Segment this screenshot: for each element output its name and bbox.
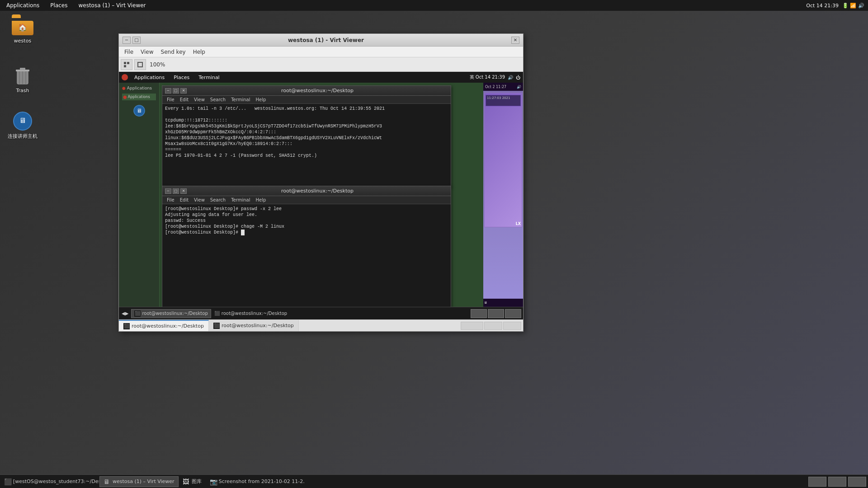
terminal-top-titlebar: ─ □ ✕ root@westoslinux:~/Desktop <box>162 86 451 96</box>
panel-applications[interactable]: Applications <box>4 1 42 9</box>
vm-panel-power: ⏻ <box>516 75 520 80</box>
toolbar-btn-1[interactable] <box>121 59 132 70</box>
vm-panel-volume: 🔊 <box>508 75 513 80</box>
virt-viewer-window: ─ □ westosa (1) - Virt Viewer ✕ File Vie… <box>118 33 524 332</box>
vm-tab2-label: root@westoslinux:~/Desktop <box>222 311 287 316</box>
virt-tab1-icon: ⬛ <box>123 323 130 329</box>
desktop-icon-westos[interactable]: 🏠 westos <box>5 14 41 46</box>
taskbar-btn-1[interactable] <box>808 477 826 487</box>
nested-vm-datetime: Oct 2 11:27 <box>485 85 506 89</box>
terminal-bottom-body: [root@westoslinux Desktop]# passwd -x 2 … <box>162 204 451 319</box>
virt-viewer-minimize[interactable]: ─ <box>123 37 131 44</box>
term-top-edit[interactable]: Edit <box>177 97 191 102</box>
vm-sidebar-icon: 🖥 <box>121 104 157 117</box>
terminal-top-minimize[interactable]: ─ <box>165 88 171 94</box>
virt-viewer-titlebar: ─ □ westosa (1) - Virt Viewer ✕ <box>119 34 523 47</box>
virt-menu-file[interactable]: File <box>121 48 137 56</box>
taskbar-item-terminal[interactable]: ⬛ [westOS@westos_student73:~/Des... <box>0 476 99 487</box>
term-line-3: tcpdump:!!:18712::::::: <box>165 117 448 123</box>
desktop-icon-trash-label: Trash <box>16 88 29 94</box>
vm-panel-places[interactable]: Places <box>171 74 192 81</box>
term-top-file[interactable]: File <box>164 97 177 102</box>
term-bot-line-3: passwd: Success <box>165 218 448 224</box>
desktop-icon-connect[interactable]: 🖥 连接讲师主机 <box>5 108 41 141</box>
taskbar-item-screenshot[interactable]: 📷 Screenshot from 2021-10-02 11-2... <box>206 476 305 487</box>
panel-window-title: westosa (1) – Virt Viewer <box>75 1 148 9</box>
virt-toolbar: 100% <box>119 57 523 72</box>
taskbar: ⬛ [westOS@westos_student73:~/Des... 🖥 we… <box>0 474 868 488</box>
virt-menu-view[interactable]: View <box>137 48 157 56</box>
vm-display: Applications Places Terminal 英 Oct 14 21… <box>119 72 523 319</box>
vm-taskbar-btn-1[interactable] <box>471 309 487 318</box>
term-bot-line-2: Adjusting aging data for user lee. <box>165 212 448 218</box>
taskbar-terminal-icon: ⬛ <box>4 478 11 485</box>
vm-taskbar-tab2[interactable]: ⬛ root@westoslinux:~/Desktop <box>211 310 290 318</box>
terminal-bottom-close[interactable]: ✕ <box>180 188 187 194</box>
term-line-1: Every 1.0s: tail -n 3 /etc/... westoslin… <box>165 106 448 112</box>
term-top-view[interactable]: View <box>191 97 208 102</box>
vm-taskbar-arrows[interactable]: ◀▶ <box>119 310 131 317</box>
nested-vm-area: Oct 2 11:27 🔊 LX 11:27:03 2021 🖥 <box>483 83 523 307</box>
term-top-terminal[interactable]: Terminal <box>228 97 253 102</box>
nested-vm-lx: LX <box>516 222 521 226</box>
taskbar-item-virtviewer[interactable]: 🖥 westosa (1) – Virt Viewer <box>99 476 179 487</box>
term-bot-file[interactable]: File <box>164 197 177 202</box>
term-bot-terminal[interactable]: Terminal <box>228 197 253 202</box>
term-bot-edit[interactable]: Edit <box>177 197 191 202</box>
panel-places[interactable]: Places <box>47 1 70 9</box>
folder-icon: 🏠 <box>12 15 33 37</box>
terminal-top-close[interactable]: ✕ <box>180 88 187 94</box>
top-panel: Applications Places westosa (1) – Virt V… <box>0 0 868 11</box>
vm-top-panel: Applications Places Terminal 英 Oct 14 21… <box>119 72 523 83</box>
svg-rect-9 <box>124 62 126 64</box>
virt-tab-btn-3[interactable] <box>503 322 521 330</box>
virt-tab-2[interactable]: ⬛ root@westoslinux:~/Desktop <box>209 320 299 331</box>
term-top-search[interactable]: Search <box>208 97 228 102</box>
taskbar-btn-2[interactable] <box>828 477 846 487</box>
desktop-icon-trash[interactable]: Trash <box>5 63 41 95</box>
term-bot-line-4: [root@westoslinux Desktop]# chage -M 2 l… <box>165 224 448 230</box>
vm-taskbar-tab1[interactable]: ⬛ root@westoslinux:~/Desktop <box>131 309 211 318</box>
nested-vm-mini-window: 11:27:03 2021 <box>486 95 521 106</box>
toolbar-btn-2[interactable] <box>134 59 146 70</box>
terminal-window-top: ─ □ ✕ root@westoslinux:~/Desktop File Ed… <box>162 85 451 187</box>
vm-sidebar-item[interactable]: ● Applications <box>121 84 157 92</box>
terminal-top-title: root@westoslinux:~/Desktop <box>187 88 448 94</box>
vm-panel-applications[interactable]: Applications <box>132 74 167 81</box>
taskbar-terminal-label: [westOS@westos_student73:~/Des... <box>13 479 99 484</box>
vm-panel-terminal[interactable]: Terminal <box>196 74 222 81</box>
nested-vm-topbar: Oct 2 11:27 🔊 <box>483 83 523 91</box>
taskbar-btn-3[interactable] <box>848 477 866 487</box>
svg-rect-11 <box>124 65 126 67</box>
vm-sidebar-item-2[interactable]: ● Applications <box>121 92 157 102</box>
term-top-help[interactable]: Help <box>253 97 269 102</box>
svg-rect-10 <box>127 62 129 64</box>
terminal-top-maximize[interactable]: □ <box>173 88 179 94</box>
terminal-bottom-maximize[interactable]: □ <box>173 188 179 194</box>
vm-taskbar: ◀▶ ⬛ root@westoslinux:~/Desktop ⬛ root@w… <box>119 307 523 319</box>
term-bot-search[interactable]: Search <box>208 197 228 202</box>
term-line-7: Msax1w8sUoMcx8c1t0gX1gG7Kx/hyEQ0:18914:0… <box>165 141 448 147</box>
virt-tab-btn-2[interactable] <box>484 322 502 330</box>
panel-datetime: Oct 14 21:39 <box>806 3 839 9</box>
panel-indicators: 🔋 📶 🔊 <box>842 3 864 9</box>
virt-menu-sendkey[interactable]: Send key <box>157 48 189 56</box>
virt-viewer-close[interactable]: ✕ <box>511 37 519 44</box>
terminal-bottom-minimize[interactable]: ─ <box>165 188 171 194</box>
taskbar-virt-label: westosa (1) – Virt Viewer <box>113 479 175 484</box>
term-line-6: linux:$6$dUz3USSj2LCJFugx$FAyBGPB1bbXmwA… <box>165 135 448 141</box>
virt-menu-help[interactable]: Help <box>189 48 209 56</box>
virt-tab-1[interactable]: ⬛ root@westoslinux:~/Desktop <box>119 320 209 331</box>
virt-tab-btn-1[interactable] <box>461 322 483 330</box>
trash-icon <box>12 65 33 87</box>
vm-taskbar-btn-2[interactable] <box>488 309 504 318</box>
term-bot-help[interactable]: Help <box>253 197 269 202</box>
taskbar-item-gallery[interactable]: 🖼 图库 <box>179 476 206 487</box>
term-bot-view[interactable]: View <box>191 197 208 202</box>
virt-tab2-label: root@westoslinux:~/Desktop <box>222 323 294 328</box>
desktop: Applications Places westosa (1) – Virt V… <box>0 0 868 488</box>
virt-viewer-maximize[interactable]: □ <box>132 37 141 44</box>
zoom-level: 100% <box>148 61 167 68</box>
vm-taskbar-btn-3[interactable] <box>505 309 521 318</box>
svg-rect-6 <box>20 68 25 70</box>
